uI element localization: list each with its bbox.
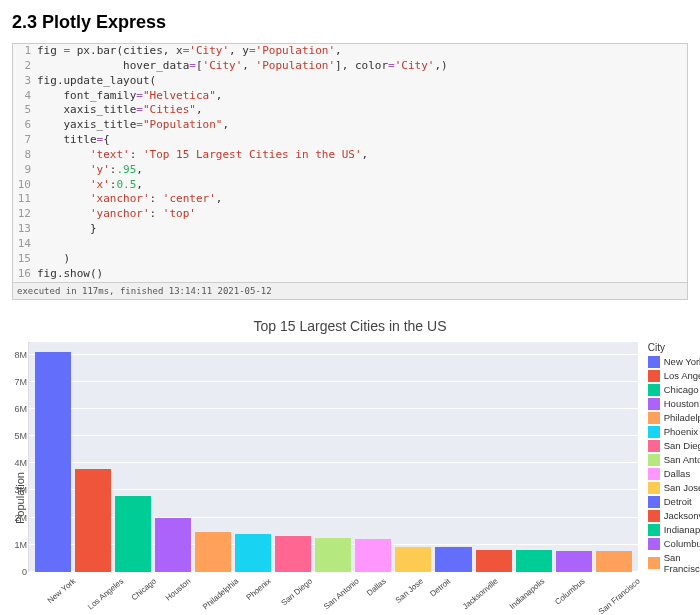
legend-item[interactable]: Chicago (648, 383, 700, 397)
legend: City New YorkLos AngelesChicagoHoustonPh… (638, 342, 700, 615)
bar[interactable] (556, 551, 592, 572)
y-tick: 5M (14, 431, 27, 441)
legend-label: San Francisco (664, 552, 700, 574)
legend-item[interactable]: San Francisco (648, 551, 700, 575)
bar[interactable] (115, 496, 151, 572)
code-line: 2 hover_data=['City', 'Population'], col… (13, 59, 687, 74)
legend-item[interactable]: Columbus (648, 537, 700, 551)
legend-label: Dallas (664, 468, 690, 479)
legend-swatch (648, 384, 660, 396)
legend-label: Indianapolis (664, 524, 700, 535)
legend-swatch (648, 468, 660, 480)
y-tick: 3M (14, 485, 27, 495)
legend-label: Jacksonville (664, 510, 700, 521)
code-line: 1fig = px.bar(cities, x='City', y='Popul… (13, 44, 687, 59)
legend-item[interactable]: Detroit (648, 495, 700, 509)
chart: Top 15 Largest Cities in the US Populati… (12, 318, 688, 615)
code-line: 12 'yanchor': 'top' (13, 207, 687, 222)
x-tick: Columbus (549, 572, 602, 615)
bar[interactable] (195, 532, 231, 571)
legend-item[interactable]: Dallas (648, 467, 700, 481)
code-line: 8 'text': 'Top 15 Largest Cities in the … (13, 148, 687, 163)
code-line: 9 'y':.95, (13, 163, 687, 178)
plot-area[interactable]: 01M2M3M4M5M6M7M8M (28, 342, 638, 572)
legend-swatch (648, 398, 660, 410)
bar[interactable] (355, 539, 391, 571)
y-tick: 2M (14, 513, 27, 523)
legend-label: Phoenix (664, 426, 698, 437)
legend-swatch (648, 412, 660, 424)
legend-item[interactable]: Phoenix (648, 425, 700, 439)
bar[interactable] (435, 547, 471, 571)
legend-item[interactable]: San Antonio (648, 453, 700, 467)
code-line: 6 yaxis_title="Population", (13, 118, 687, 133)
bar[interactable] (75, 469, 111, 572)
legend-title: City (648, 342, 700, 353)
bar[interactable] (315, 538, 351, 572)
legend-item[interactable]: Houston (648, 397, 700, 411)
legend-label: Columbus (664, 538, 700, 549)
legend-label: San Antonio (664, 454, 700, 465)
legend-swatch (648, 538, 660, 550)
legend-swatch (648, 510, 660, 522)
y-tick: 7M (14, 377, 27, 387)
x-tick: Jacksonville (457, 572, 516, 615)
x-tick: New York (42, 572, 94, 615)
code-line: 4 font_family="Helvetica", (13, 89, 687, 104)
legend-item[interactable]: Philadelphia (648, 411, 700, 425)
exec-status: executed in 117ms, finished 13:14:11 202… (13, 282, 687, 299)
bar[interactable] (476, 550, 512, 572)
legend-item[interactable]: New York (648, 355, 700, 369)
bar[interactable] (596, 551, 632, 572)
legend-label: New York (664, 356, 700, 367)
legend-swatch (648, 496, 660, 508)
legend-label: Houston (664, 398, 699, 409)
legend-label: Los Angeles (664, 370, 700, 381)
legend-label: San Diego (664, 440, 700, 451)
y-tick: 1M (14, 540, 27, 550)
legend-swatch (648, 356, 660, 368)
code-line: 7 title={ (13, 133, 687, 148)
code-line: 13 } (13, 222, 687, 237)
y-tick: 4M (14, 458, 27, 468)
bar[interactable] (275, 536, 311, 571)
code-line: 15 ) (13, 252, 687, 267)
bar[interactable] (35, 352, 71, 571)
y-tick: 8M (14, 350, 27, 360)
legend-swatch (648, 426, 660, 438)
bar[interactable] (516, 550, 552, 571)
code-line: 10 'x':0.5, (13, 178, 687, 193)
bar[interactable] (155, 518, 191, 572)
legend-item[interactable]: Indianapolis (648, 523, 700, 537)
legend-item[interactable]: San Jose (648, 481, 700, 495)
bar[interactable] (395, 547, 431, 571)
y-tick: 0 (22, 567, 27, 577)
x-tick: San Diego (276, 572, 330, 615)
legend-swatch (648, 482, 660, 494)
legend-label: San Jose (664, 482, 700, 493)
code-line: 5 xaxis_title="Cities", (13, 103, 687, 118)
legend-label: Detroit (664, 496, 692, 507)
code-line: 16fig.show() (13, 267, 687, 282)
legend-swatch (648, 454, 660, 466)
y-tick: 6M (14, 404, 27, 414)
legend-item[interactable]: Los Angeles (648, 369, 700, 383)
section-heading: 2.3 Plotly Express (12, 12, 688, 33)
legend-swatch (648, 524, 660, 536)
legend-swatch (648, 557, 660, 569)
code-cell: 1fig = px.bar(cities, x='City', y='Popul… (12, 43, 688, 300)
code-line: 14 (13, 237, 687, 252)
legend-item[interactable]: San Diego (648, 439, 700, 453)
chart-title: Top 15 Largest Cities in the US (254, 318, 447, 334)
legend-label: Philadelphia (664, 412, 700, 423)
legend-label: Chicago (664, 384, 699, 395)
legend-swatch (648, 440, 660, 452)
code-line: 11 'xanchor': 'center', (13, 192, 687, 207)
legend-swatch (648, 370, 660, 382)
bar[interactable] (235, 534, 271, 572)
legend-item[interactable]: Jacksonville (648, 509, 700, 523)
code-line: 3fig.update_layout( (13, 74, 687, 89)
